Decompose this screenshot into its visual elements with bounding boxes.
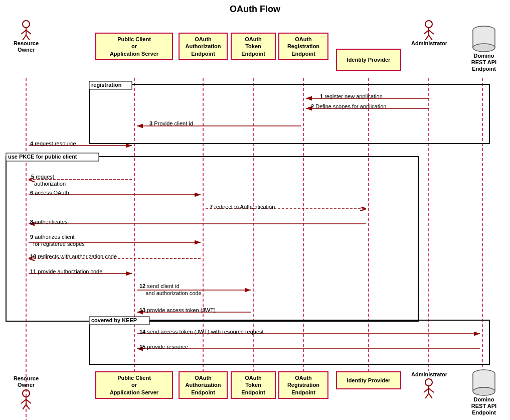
svg-line-45 [429, 30, 434, 34]
actor-resource-owner-top: ResourceOwner [11, 20, 41, 53]
lifeline-oauth-token-bottom: OAuthTokenEndpoint [231, 371, 276, 399]
msg-9: 9 authorizes client for registered scope… [30, 233, 85, 248]
cylinder-domino-bottom: DominoREST APIEndpoint [466, 369, 501, 416]
actor-administrator-bottom: Administrator [411, 371, 446, 398]
svg-line-39 [26, 399, 31, 403]
lifeline-oauth-auth-top: OAuthAuthorizationEndpoint [179, 33, 228, 60]
svg-line-35 [26, 35, 30, 40]
msg-12: 12 send client id and authorization code [139, 283, 202, 297]
lifeline-oauth-token-top: OAuthTokenEndpoint [231, 33, 276, 60]
svg-point-30 [23, 21, 30, 28]
cylinder-domino-top: DominoREST APIEndpoint [466, 25, 501, 73]
actor-resource-owner-bottom: ResourceOwner [11, 375, 41, 409]
lifeline-oauth-reg-top: OAuthRegistrationEndpoint [278, 33, 328, 60]
svg-rect-12 [89, 320, 489, 364]
msg-11: 11 provide authorziation code [30, 268, 102, 274]
svg-line-40 [23, 404, 26, 409]
lifeline-public-client-top: Public ClientorApplication Server [95, 33, 173, 60]
msg-5: 5 request authorization [31, 173, 66, 188]
frame-label-keep: covered by KEEP [91, 317, 137, 323]
diagram-container: OAuth Flow [0, 0, 510, 420]
lifeline-oauth-reg-bottom: OAuthRegistrationEndpoint [278, 371, 328, 399]
svg-point-52 [473, 44, 495, 52]
msg-1: 1 register new application [320, 93, 383, 99]
svg-rect-8 [89, 84, 489, 144]
lifeline-identity-provider-bottom: Identity Provider [336, 371, 401, 389]
frame-label-pkce: use PKCE for public client [8, 154, 77, 160]
svg-line-57 [425, 393, 429, 398]
svg-line-33 [26, 30, 31, 34]
svg-point-63 [473, 387, 495, 395]
msg-8: 8 authenticates [30, 219, 68, 225]
svg-line-46 [425, 35, 429, 40]
msg-15: 15 provide resource [139, 344, 188, 350]
svg-overlay [0, 0, 510, 420]
actor-administrator-top: Administrator [411, 20, 446, 46]
svg-line-41 [26, 404, 30, 409]
lifeline-oauth-auth-bottom: OAuthAuthorizationEndpoint [179, 371, 228, 399]
msg-4: 4 request resource [30, 141, 76, 147]
lifeline-identity-provider-top: Identity Provider [336, 49, 401, 71]
svg-line-34 [23, 35, 26, 40]
svg-line-47 [429, 35, 432, 40]
msg-14: 14 send access token (JWT) with resource… [139, 329, 264, 335]
svg-point-53 [425, 379, 432, 386]
msg-3: 3 Provide client id [149, 120, 193, 126]
msg-13: 13 provide access token (JWT) [139, 307, 216, 313]
msg-7: 7 redirect to Authentication [210, 204, 275, 210]
msg-6: 6 access OAuth [30, 190, 69, 196]
svg-line-32 [21, 30, 26, 34]
svg-line-55 [424, 388, 429, 392]
svg-line-56 [429, 388, 434, 392]
frame-label-registration: registration [91, 82, 122, 88]
diagram-title: OAuth Flow [0, 0, 510, 15]
msg-2: 2 Define scopes for application [311, 103, 386, 109]
svg-line-38 [21, 399, 26, 403]
svg-point-42 [425, 21, 432, 28]
msg-10: 10 redirects with authorization code [30, 253, 117, 259]
svg-point-36 [23, 390, 30, 397]
lifeline-public-client-bottom: Public ClientorApplication Server [95, 371, 173, 399]
svg-line-58 [429, 393, 432, 398]
svg-line-44 [424, 30, 429, 34]
